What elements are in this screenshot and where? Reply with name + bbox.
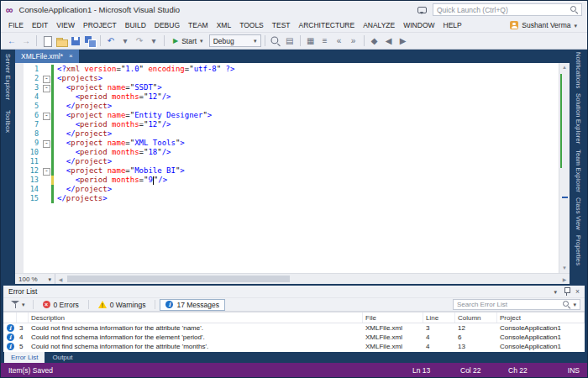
scroll-up-icon[interactable]: ▲ [562, 63, 567, 72]
navigate-forward-icon[interactable]: → [19, 34, 33, 48]
user-account-button[interactable]: Sushant Verma ▾ [510, 21, 584, 29]
navigate-backward-icon[interactable]: ← [5, 34, 18, 48]
code-token: > [108, 102, 112, 110]
code-line-15[interactable]: 15</projects> [24, 194, 559, 203]
code-line-9[interactable]: 9 <project name="XML Tools"> [24, 139, 559, 148]
redo-dropdown-icon[interactable]: ▾ [147, 34, 160, 48]
code-line-8[interactable]: 8 </project> [24, 129, 559, 139]
window-position-icon[interactable]: ▾ [554, 289, 558, 295]
errors-filter-button[interactable]: × 0 Errors [38, 299, 84, 311]
error-row[interactable]: i3Could not find schema information for … [3, 323, 585, 333]
vertical-scrollbar[interactable]: ▲ ▼ [559, 63, 570, 273]
column-header-description[interactable]: Description [29, 312, 363, 323]
solution-configurations-dropdown[interactable]: Debug▾ [209, 34, 261, 47]
messages-filter-button[interactable]: i 17 Messages [160, 299, 225, 311]
column-header-project[interactable]: Project [497, 312, 585, 323]
tool-window-tab-team-explorer[interactable]: Team Explorer [575, 150, 582, 192]
error-search-input[interactable]: Search Error List ▾ [453, 299, 580, 310]
solution-explorer-icon[interactable]: ▤ [283, 34, 297, 48]
toggle-bookmark-icon[interactable]: ◆ [368, 34, 381, 48]
warnings-filter-button[interactable]: 0 Warnings [93, 299, 151, 311]
next-bookmark-icon[interactable]: ▶ [396, 34, 410, 48]
column-header-column[interactable]: Column [455, 312, 497, 323]
error-row[interactable]: i4Could not find schema information for … [3, 333, 585, 342]
column-header-file[interactable]: File [363, 312, 423, 323]
uncomment-selection-icon[interactable]: » [347, 34, 360, 48]
open-file-icon[interactable] [55, 34, 68, 48]
menu-tools[interactable]: TOOLS [235, 19, 268, 31]
document-tab-xmlfile[interactable]: XMLFile.xml* × [15, 50, 79, 63]
start-debugging-button[interactable]: ▶Start▾ [168, 36, 208, 46]
fold-collapse-icon[interactable] [42, 139, 51, 148]
menu-project[interactable]: PROJECT [79, 19, 121, 31]
quick-launch-input[interactable]: Quick Launch (Ctrl+Q) [433, 3, 582, 16]
vertical-scrollbar-track[interactable] [559, 72, 570, 264]
code-line-6[interactable]: 6 <project name="Entity Designer"> [24, 111, 559, 120]
fold-collapse-icon[interactable] [42, 74, 51, 83]
close-icon[interactable]: × [69, 53, 73, 60]
fold-collapse-icon[interactable] [42, 166, 51, 176]
menu-xml[interactable]: XML [213, 19, 235, 31]
find-in-files-icon[interactable] [269, 34, 282, 48]
close-icon[interactable]: × [575, 288, 580, 296]
xml-schemas-icon[interactable]: ▦ [304, 34, 318, 48]
menu-help[interactable]: HELP [439, 19, 466, 31]
filter-button[interactable]: ▾ [8, 300, 29, 309]
menu-architecture[interactable]: ARCHITECTURE [295, 19, 360, 31]
fold-collapse-icon[interactable] [42, 83, 51, 92]
scroll-left-icon[interactable]: ◀ [55, 276, 66, 282]
code-editor[interactable]: 1<?xml version="1.0" encoding="utf-8" ?>… [15, 63, 570, 273]
horizontal-scrollbar-track[interactable] [66, 274, 559, 284]
code-line-1[interactable]: 1<?xml version="1.0" encoding="utf-8" ?> [24, 65, 559, 74]
column-header-line[interactable]: Line [423, 312, 455, 323]
menu-file[interactable]: FILE [4, 19, 28, 31]
code-area[interactable]: 1<?xml version="1.0" encoding="utf-8" ?>… [24, 63, 559, 273]
code-line-2[interactable]: 2<projects> [24, 74, 559, 83]
code-line-14[interactable]: 14 </project> [24, 185, 559, 194]
menu-build[interactable]: BUILD [121, 19, 150, 31]
save-icon[interactable] [69, 34, 82, 48]
save-all-icon[interactable] [83, 34, 97, 48]
menu-debug[interactable]: DEBUG [150, 19, 184, 31]
code-token: name [108, 111, 126, 119]
code-line-3[interactable]: 3 <project name="SSDT"> [24, 83, 559, 92]
fold-collapse-icon[interactable] [42, 111, 51, 120]
menu-team[interactable]: TEAM [184, 19, 213, 31]
code-line-5[interactable]: 5 </project> [24, 102, 559, 111]
new-file-icon[interactable] [40, 34, 54, 48]
tool-window-tab-class-view[interactable]: Class View [575, 197, 582, 230]
tab-output[interactable]: Output [45, 352, 79, 363]
redo-icon[interactable]: ↷ [133, 34, 146, 48]
zoom-dropdown[interactable]: 100 % ▾ [15, 274, 55, 284]
comment-selection-icon[interactable]: « [333, 34, 346, 48]
code-line-12[interactable]: 12 <project name="Mobile BI"> [24, 166, 559, 176]
previous-bookmark-icon[interactable]: ◀ [382, 34, 396, 48]
scroll-right-icon[interactable]: ▶ [559, 276, 570, 282]
tool-window-tab-toolbox[interactable]: Toolbox [4, 110, 12, 133]
tool-window-tab-server-explorer[interactable]: Server Explorer [4, 54, 12, 100]
feedback-icon[interactable] [417, 7, 427, 13]
menu-test[interactable]: TEST [268, 19, 295, 31]
menu-view[interactable]: VIEW [52, 19, 79, 31]
menu-analyze[interactable]: ANALYZE [359, 19, 399, 31]
code-line-4[interactable]: 4 <period months="12"/> [24, 92, 559, 102]
code-line-7[interactable]: 7 <period months="12"/> [24, 120, 559, 129]
error-row[interactable]: i5Could not find schema information for … [3, 342, 585, 351]
menu-window[interactable]: WINDOW [399, 19, 438, 31]
auto-hide-pin-icon[interactable] [563, 287, 570, 296]
undo-dropdown-icon[interactable]: ▾ [118, 34, 132, 48]
tool-window-tab-notifications[interactable]: Notifications [575, 52, 582, 88]
tool-window-tab-properties[interactable]: Properties [575, 235, 582, 265]
tab-error-list[interactable]: Error List [4, 352, 45, 363]
code-token [57, 129, 66, 138]
error-list-title-bar[interactable]: Error List ▾ × [3, 286, 585, 297]
horizontal-scrollbar-thumb[interactable] [67, 276, 290, 282]
menu-edit[interactable]: EDIT [28, 19, 52, 31]
tool-window-tab-solution-explorer[interactable]: Solution Explorer [575, 93, 582, 144]
code-line-11[interactable]: 11 </project> [24, 157, 559, 166]
scroll-down-icon[interactable]: ▼ [562, 264, 567, 273]
code-line-13[interactable]: 13 <period months="9"/> [24, 176, 559, 185]
code-line-10[interactable]: 10 <period months="18"/> [24, 148, 559, 157]
undo-icon[interactable]: ↶ [104, 34, 118, 48]
format-document-icon[interactable]: ≡ [318, 34, 332, 48]
